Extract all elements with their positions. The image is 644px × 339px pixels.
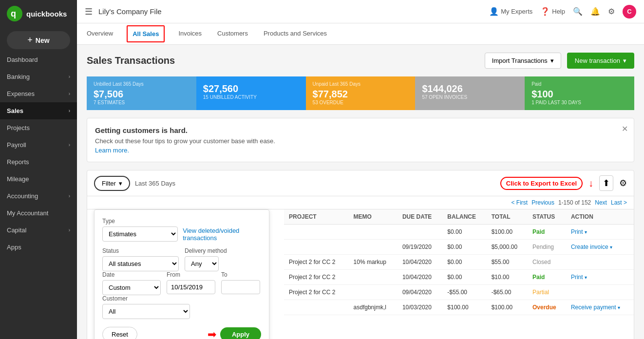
stat-sub: 15 UNBILLED ACTIVITY bbox=[203, 94, 299, 100]
sidebar-item-projects[interactable]: Projects bbox=[0, 119, 77, 136]
cell-status: Partial bbox=[528, 285, 566, 300]
tab-products-services[interactable]: Products and Services bbox=[262, 24, 329, 44]
import-transactions-button[interactable]: Import Transactions ▾ bbox=[485, 53, 561, 69]
stat-sub: 7 ESTIMATES bbox=[94, 100, 189, 105]
stat-estimates[interactable]: Unbilled Last 365 Days $7,506 7 ESTIMATE… bbox=[87, 76, 196, 110]
filter-area: Filter ▾ Last 365 Days bbox=[94, 176, 175, 191]
table-settings-icon[interactable]: ⚙ bbox=[619, 178, 627, 188]
notifications-icon[interactable]: 🔔 bbox=[590, 7, 600, 16]
sidebar-item-payroll[interactable]: Payroll › bbox=[0, 136, 77, 153]
search-icon[interactable]: 🔍 bbox=[573, 7, 583, 16]
new-button[interactable]: + New bbox=[7, 31, 70, 49]
page-first[interactable]: < First bbox=[511, 199, 528, 206]
table-row: $0.00 $100.00 Paid Print ▾ bbox=[284, 225, 634, 240]
reset-button[interactable]: Reset bbox=[102, 327, 137, 339]
chevron-right-icon: › bbox=[69, 108, 70, 113]
status-label: Status bbox=[102, 247, 179, 254]
filter-button[interactable]: Filter ▾ bbox=[94, 176, 130, 191]
avatar[interactable]: C bbox=[623, 5, 636, 19]
cell-balance: $0.00 bbox=[442, 240, 486, 255]
tab-overview[interactable]: Overview bbox=[85, 24, 115, 44]
cell-total: $55.00 bbox=[487, 255, 528, 270]
cell-action[interactable]: Print ▾ bbox=[566, 225, 634, 240]
sidebar-item-my-accountant[interactable]: My Accountant bbox=[0, 205, 77, 222]
cell-action[interactable]: Create invoice ▾ bbox=[566, 240, 634, 255]
stat-sub: 53 OVERDUE bbox=[313, 100, 409, 105]
export-icon[interactable]: ⬆ bbox=[599, 175, 613, 191]
sidebar-item-label: Projects bbox=[7, 124, 30, 132]
sidebar-item-reports[interactable]: Reports bbox=[0, 153, 77, 170]
sidebar-item-mileage[interactable]: Mileage bbox=[0, 170, 77, 188]
cell-balance: $0.00 bbox=[442, 270, 486, 285]
cell-status: Overdue bbox=[528, 300, 566, 315]
cell-status: Closed bbox=[528, 255, 566, 270]
close-icon[interactable]: ✕ bbox=[622, 124, 628, 133]
page-last[interactable]: Last > bbox=[611, 199, 627, 206]
cell-balance: $0.00 bbox=[442, 255, 486, 270]
cell-due-date: 09/04/2020 bbox=[398, 285, 442, 300]
apply-button[interactable]: Apply bbox=[220, 327, 261, 339]
page-previous[interactable]: Previous bbox=[531, 199, 554, 206]
cell-total: $100.00 bbox=[487, 300, 528, 315]
filter-actions: Reset ➡ Apply bbox=[102, 327, 261, 339]
sidebar-item-label: Capital bbox=[7, 226, 26, 234]
sidebar-item-accounting[interactable]: Accounting › bbox=[0, 188, 77, 205]
table-top-right: Click to Export to Excel ↓ ⬆ ⚙ bbox=[500, 175, 627, 191]
sidebar-item-banking[interactable]: Banking › bbox=[0, 68, 77, 85]
filter-panel-wrapper: Type Estimates View deleted/voided trans… bbox=[87, 209, 634, 339]
cell-project: Project 2 for CC 2 bbox=[284, 270, 349, 285]
stat-label: Unbilled Last 365 Days bbox=[94, 81, 189, 87]
page-range: 1-150 of 152 bbox=[558, 199, 591, 206]
stat-open-invoices[interactable]: $144,026 57 OPEN INVOICES bbox=[415, 76, 525, 110]
cell-action[interactable]: Receive payment ▾ bbox=[566, 300, 634, 315]
new-transaction-label: New transaction bbox=[575, 57, 620, 64]
date-select[interactable]: Custom bbox=[102, 280, 161, 295]
menu-icon[interactable]: ☰ bbox=[85, 6, 93, 17]
new-transaction-button[interactable]: New transaction ▾ bbox=[567, 53, 634, 69]
my-experts-button[interactable]: 👤 My Experts bbox=[489, 7, 532, 16]
quickbooks-logo-icon: q bbox=[7, 6, 22, 21]
sidebar-logo-text: quickbooks bbox=[26, 10, 67, 18]
stat-paid[interactable]: Paid $100 1 PAID LAST 30 DAYS bbox=[525, 76, 634, 110]
sidebar-item-expenses[interactable]: Expenses › bbox=[0, 85, 77, 102]
from-input[interactable] bbox=[167, 280, 215, 294]
chevron-down-icon: ▾ bbox=[119, 180, 122, 187]
stat-overdue[interactable]: Unpaid Last 365 Days $77,852 53 OVERDUE bbox=[306, 76, 416, 110]
settings-icon[interactable]: ⚙ bbox=[608, 7, 615, 16]
cell-action bbox=[566, 285, 634, 300]
view-deleted-link[interactable]: View deleted/voided transactions bbox=[183, 227, 261, 242]
customer-select[interactable]: All bbox=[102, 304, 190, 319]
sidebar-item-capital[interactable]: Capital › bbox=[0, 222, 77, 239]
chevron-down-icon: ▾ bbox=[550, 57, 554, 64]
tab-customers[interactable]: Customers bbox=[215, 24, 250, 44]
sidebar-item-apps[interactable]: Apps bbox=[0, 239, 77, 256]
stat-unbilled[interactable]: $27,560 15 UNBILLED ACTIVITY bbox=[196, 76, 306, 110]
cell-status: Pending bbox=[528, 240, 566, 255]
export-to-excel-callout[interactable]: Click to Export to Excel bbox=[500, 177, 583, 190]
down-arrow-icon: ↓ bbox=[588, 178, 593, 189]
page-next[interactable]: Next bbox=[595, 199, 607, 206]
promo-learn-more-link[interactable]: Learn more. bbox=[95, 147, 129, 154]
status-select[interactable]: All statuses bbox=[102, 256, 179, 271]
filter-delivery: Delivery method Any bbox=[185, 247, 261, 271]
tab-invoices[interactable]: Invoices bbox=[176, 24, 204, 44]
content-area: Sales Transactions Import Transactions ▾… bbox=[77, 45, 644, 339]
stat-amount: $100 bbox=[531, 89, 627, 100]
to-input[interactable] bbox=[221, 280, 260, 294]
tab-all-sales[interactable]: All Sales bbox=[127, 25, 165, 42]
cell-memo: asdfgbnjmk,l bbox=[349, 300, 398, 315]
type-select[interactable]: Estimates bbox=[102, 226, 178, 242]
date-label: Date bbox=[102, 271, 161, 278]
help-button[interactable]: ❓ Help bbox=[540, 7, 565, 16]
table-row: asdfgbnjmk,l 10/03/2020 $100.00 $100.00 … bbox=[284, 300, 634, 315]
filter-type-row: Type Estimates View deleted/voided trans… bbox=[102, 218, 261, 242]
filter-to: To bbox=[221, 271, 261, 295]
sidebar-item-sales[interactable]: Sales › bbox=[0, 102, 77, 119]
filter-panel: Type Estimates View deleted/voided trans… bbox=[94, 209, 269, 339]
cell-action[interactable]: Print ▾ bbox=[566, 270, 634, 285]
sidebar-item-label: Mileage bbox=[7, 175, 29, 183]
chevron-right-icon: › bbox=[69, 193, 70, 199]
sidebar-item-dashboard[interactable]: Dashboard bbox=[0, 51, 77, 68]
delivery-select[interactable]: Any bbox=[185, 256, 219, 271]
filter-date-range: Last 365 Days bbox=[135, 180, 175, 187]
